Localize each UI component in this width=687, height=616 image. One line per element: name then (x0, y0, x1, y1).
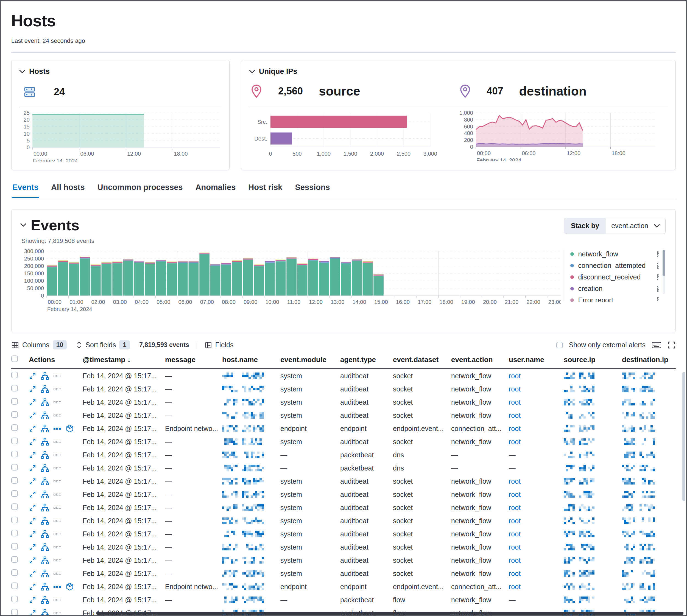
select-all-checkbox[interactable] (11, 355, 18, 362)
stack-by-select[interactable]: Stack by event.action (564, 218, 666, 234)
user-name-link[interactable]: root (509, 412, 521, 419)
column-header-agenttype[interactable]: agent.type (340, 355, 393, 364)
external-alerts-checkbox[interactable] (556, 342, 563, 348)
more-actions-icon[interactable] (53, 612, 61, 614)
expand-event-icon[interactable] (29, 491, 36, 498)
expand-event-icon[interactable] (29, 596, 36, 604)
analyzer-icon[interactable] (41, 438, 49, 446)
column-header-eventaction[interactable]: event.action (451, 355, 509, 364)
row-checkbox[interactable] (11, 385, 18, 392)
more-actions-icon[interactable] (53, 415, 61, 416)
column-header-eventmodule[interactable]: event.module (280, 355, 340, 364)
user-name-link[interactable]: root (509, 385, 521, 393)
keyboard-icon[interactable] (651, 341, 662, 349)
hosts-panel-header[interactable]: Hosts (19, 67, 221, 76)
analyzer-icon[interactable] (41, 596, 49, 604)
column-header-hostname[interactable]: host.name (222, 355, 280, 364)
column-header-timestamp[interactable]: @timestamp ↓ (83, 355, 165, 364)
vertical-scrollbar[interactable] (682, 372, 685, 501)
analyzer-icon[interactable] (41, 412, 49, 419)
unique-ips-panel-header[interactable]: Unique IPs (249, 67, 668, 76)
tab-all-hosts[interactable]: All hosts (50, 179, 85, 198)
legend-actions-icon[interactable] (657, 286, 667, 292)
expand-event-icon[interactable] (29, 412, 36, 419)
analyzer-icon[interactable] (41, 451, 49, 459)
more-actions-icon[interactable] (53, 573, 61, 575)
expand-event-icon[interactable] (29, 438, 36, 445)
analyzer-icon[interactable] (41, 570, 49, 577)
more-actions-icon[interactable] (53, 428, 61, 430)
row-checkbox[interactable] (11, 530, 18, 536)
more-actions-icon[interactable] (53, 454, 61, 456)
more-actions-icon[interactable] (53, 375, 61, 377)
legend-actions-icon[interactable] (657, 274, 667, 280)
columns-button[interactable]: Columns 10 (11, 340, 67, 349)
expand-event-icon[interactable] (29, 530, 36, 538)
expand-event-icon[interactable] (29, 583, 36, 591)
analyzer-icon[interactable] (41, 583, 49, 591)
analyzer-icon[interactable] (41, 385, 49, 393)
legend-actions-icon[interactable] (657, 263, 667, 269)
user-name-link[interactable]: root (509, 372, 521, 380)
expand-event-icon[interactable] (29, 386, 36, 393)
legend-item[interactable]: network_flow (570, 250, 667, 258)
user-name-link[interactable]: root (509, 543, 521, 551)
user-name-link[interactable]: root (509, 490, 521, 498)
analyzer-icon[interactable] (41, 398, 49, 406)
more-actions-icon[interactable] (53, 599, 61, 601)
expand-event-icon[interactable] (29, 451, 36, 459)
row-checkbox[interactable] (11, 438, 18, 444)
expand-event-icon[interactable] (29, 425, 36, 432)
user-name-link[interactable]: root (509, 517, 521, 525)
analyzer-icon[interactable] (41, 609, 49, 616)
expand-event-icon[interactable] (29, 372, 36, 380)
column-header-message[interactable]: message (165, 355, 222, 364)
more-actions-icon[interactable] (53, 388, 61, 390)
row-checkbox[interactable] (11, 556, 18, 563)
user-name-link[interactable]: root (509, 583, 521, 591)
tab-sessions[interactable]: Sessions (294, 179, 330, 198)
expand-event-icon[interactable] (29, 478, 36, 485)
row-checkbox[interactable] (11, 411, 18, 418)
more-actions-icon[interactable] (53, 559, 61, 562)
endpoint-cube-icon[interactable] (66, 424, 74, 433)
column-header-destinationip[interactable]: destination.ip (622, 355, 676, 364)
user-name-link[interactable]: root (509, 504, 521, 511)
user-name-link[interactable]: root (509, 477, 521, 485)
row-checkbox[interactable] (11, 609, 18, 615)
analyzer-icon[interactable] (41, 464, 49, 472)
analyzer-icon[interactable] (41, 530, 49, 538)
column-header-Actions[interactable]: Actions (29, 355, 83, 364)
fields-button[interactable]: Fields (205, 341, 234, 349)
row-checkbox[interactable] (11, 424, 18, 431)
expand-event-icon[interactable] (29, 399, 36, 406)
legend-actions-icon[interactable] (657, 251, 667, 257)
fullscreen-icon[interactable] (667, 341, 676, 349)
expand-event-icon[interactable] (29, 610, 36, 616)
column-header-sourceip[interactable]: source.ip (564, 355, 622, 364)
expand-event-icon[interactable] (29, 517, 36, 525)
row-checkbox[interactable] (11, 464, 18, 470)
row-checkbox[interactable] (11, 490, 18, 497)
more-actions-icon[interactable] (53, 480, 61, 482)
row-checkbox[interactable] (11, 596, 18, 602)
user-name-link[interactable]: root (509, 556, 521, 564)
more-actions-icon[interactable] (53, 546, 61, 548)
row-checkbox[interactable] (11, 582, 18, 589)
user-name-link[interactable]: root (509, 570, 521, 577)
user-name-link[interactable]: root (509, 425, 521, 432)
more-actions-icon[interactable] (53, 586, 61, 588)
tab-anomalies[interactable]: Anomalies (195, 179, 236, 198)
legend-item[interactable]: connection_attempted (570, 262, 667, 269)
legend-scrollbar-thumb[interactable] (663, 250, 665, 276)
row-checkbox[interactable] (11, 516, 18, 523)
legend-item[interactable]: Error report (570, 296, 667, 302)
more-actions-icon[interactable] (53, 507, 61, 509)
more-actions-icon[interactable] (53, 520, 61, 522)
row-checkbox[interactable] (11, 569, 18, 576)
user-name-link[interactable]: root (509, 398, 521, 406)
analyzer-icon[interactable] (41, 504, 49, 512)
row-checkbox[interactable] (11, 503, 18, 510)
expand-event-icon[interactable] (29, 544, 36, 551)
row-checkbox[interactable] (11, 398, 18, 404)
